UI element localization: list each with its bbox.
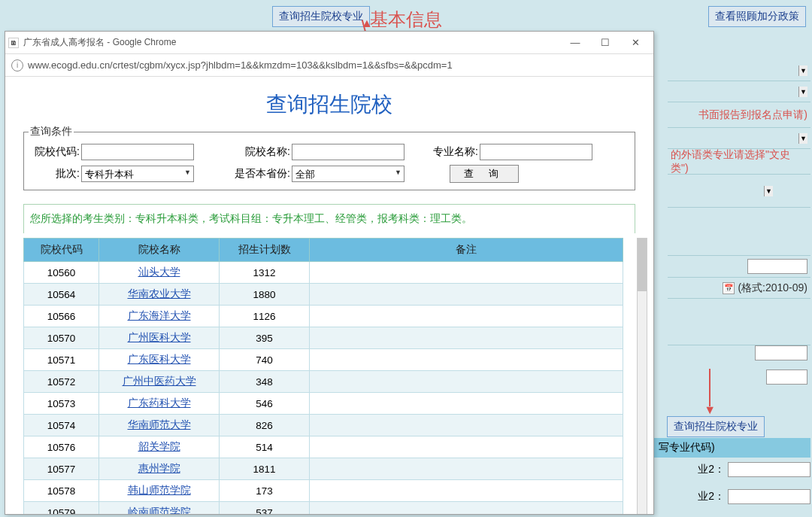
school-link: 华南农业大学 (128, 288, 191, 300)
dropdown-icon[interactable]: ▼ (798, 87, 807, 97)
cell-name[interactable]: 岭南师范学院 (99, 502, 220, 515)
red-hint-2: 的外语类专业请选择"文史类") (671, 148, 807, 175)
calendar-icon[interactable]: 📅 (723, 282, 735, 294)
school-link: 广州中医药大学 (123, 376, 196, 387)
school-link: 汕头大学 (138, 266, 180, 278)
red-hint-1: 书面报告到报名点申请) (698, 108, 807, 122)
cell-remark (310, 436, 623, 458)
table-row: 10574华南师范大学826 (24, 415, 623, 436)
school-link: 华南师范大学 (128, 419, 191, 430)
date-format-hint: (格式:2010-09) (738, 281, 807, 295)
view-policy-button[interactable]: 查看照顾加分政策 (708, 6, 806, 27)
cell-plan: 1811 (220, 458, 310, 480)
chrome-titlebar: 🗎 广东省成人高考报名 - Google Chrome — ☐ ✕ (5, 32, 653, 54)
major-name-label: 专业名称: (404, 145, 480, 159)
major-name-input[interactable] (480, 144, 592, 160)
major2-label-b: 业2： (698, 490, 725, 503)
dropdown-icon[interactable]: ▼ (764, 186, 773, 196)
bg-input[interactable] (766, 370, 807, 385)
cell-plan: 740 (220, 349, 310, 371)
is-local-label: 是否本省份: (194, 167, 292, 181)
cell-name[interactable]: 广东药科大学 (99, 393, 220, 415)
th-name: 院校名称 (99, 239, 220, 262)
cell-code: 10573 (24, 393, 99, 415)
popup-chrome-window: 🗎 广东省成人高考报名 - Google Chrome — ☐ ✕ i www.… (5, 31, 654, 515)
cell-code: 10579 (24, 502, 99, 515)
school-link: 广东药科大学 (128, 397, 191, 409)
school-link: 广东海洋大学 (128, 310, 191, 321)
cell-remark (310, 371, 623, 393)
cell-code: 10564 (24, 284, 99, 306)
cell-remark (310, 393, 623, 415)
dropdown-icon[interactable]: ▼ (798, 65, 807, 76)
cell-name[interactable]: 韶关学院 (99, 436, 220, 458)
cell-remark (310, 415, 623, 436)
cell-plan: 1880 (220, 284, 310, 306)
bg-lower-panel (660, 342, 810, 388)
cell-code: 10576 (24, 436, 99, 458)
bg-input[interactable] (755, 345, 807, 360)
red-arrow-down-line (709, 369, 710, 406)
cell-remark (310, 480, 623, 502)
cell-remark (310, 327, 623, 349)
popup-content: 查询招生院校 查询条件 院校代码: 院校名称: 专业名称: 批次: 专科升本科 … (5, 77, 653, 514)
batch-select[interactable]: 专科升本科 (81, 166, 194, 182)
scrollbar-thumb[interactable] (638, 239, 647, 291)
cell-code: 10560 (24, 262, 99, 284)
cell-name[interactable]: 韩山师范学院 (99, 480, 220, 502)
cell-plan: 1312 (220, 262, 310, 284)
cell-name[interactable]: 华南农业大学 (99, 284, 220, 306)
table-row: 10560汕头大学1312 (24, 262, 623, 284)
table-row: 10573广东药科大学546 (24, 393, 623, 415)
table-row: 10579岭南师范学院537 (24, 502, 623, 515)
major2-input-b[interactable] (728, 489, 810, 504)
cell-name[interactable]: 广州中医药大学 (99, 371, 220, 393)
cell-name[interactable]: 广州医科大学 (99, 327, 220, 349)
red-arrow-down-head: ▼ (704, 403, 716, 417)
is-local-select[interactable]: 全部 (292, 166, 404, 182)
cell-name[interactable]: 汕头大学 (99, 262, 220, 284)
cell-plan: 348 (220, 371, 310, 393)
dropdown-icon[interactable]: ▼ (798, 133, 807, 144)
minimize-button[interactable]: — (560, 32, 590, 53)
query-button[interactable]: 查 询 (450, 165, 519, 183)
th-code: 院校代码 (24, 239, 99, 262)
cell-remark (310, 284, 623, 306)
bg-input[interactable] (747, 259, 807, 274)
cell-remark (310, 262, 623, 284)
school-link: 广东医科大学 (128, 354, 191, 365)
school-link: 惠州学院 (138, 463, 180, 474)
cell-code: 10574 (24, 415, 99, 436)
popup-title: 查询招生院校 (5, 77, 653, 125)
cell-name[interactable]: 广东医科大学 (99, 349, 220, 371)
selection-summary: 您所选择的考生类别：专科升本科类，考试科目组：专升本理工、经管类，报考科类：理工… (23, 204, 635, 233)
major2-label: 业2： (698, 463, 725, 476)
major-code-hint-bar: 写专业代码) (653, 438, 810, 458)
cell-code: 10566 (24, 306, 99, 327)
info-icon[interactable]: i (11, 59, 23, 71)
school-code-label: 院校代码: (29, 145, 81, 159)
close-button[interactable]: ✕ (620, 32, 650, 53)
major2-input[interactable] (728, 462, 810, 477)
cell-remark (310, 306, 623, 327)
scrollbar[interactable] (637, 238, 647, 514)
school-link: 韶关学院 (138, 441, 180, 452)
table-row: 10572广州中医药大学348 (24, 371, 623, 393)
cell-remark (310, 458, 623, 480)
school-name-input[interactable] (292, 144, 404, 160)
cell-plan: 546 (220, 393, 310, 415)
query-school-major-button[interactable]: 查询招生院校专业 (272, 6, 370, 27)
address-bar[interactable]: i www.ecogd.edu.cn/crtest/cgbm/xycx.jsp?… (5, 54, 653, 77)
maximize-button[interactable]: ☐ (590, 32, 620, 53)
query-conditions-fieldset: 查询条件 院校代码: 院校名称: 专业名称: 批次: 专科升本科 是否本省份: … (23, 125, 635, 190)
cell-name[interactable]: 惠州学院 (99, 458, 220, 480)
cell-plan: 173 (220, 480, 310, 502)
cell-name[interactable]: 华南师范大学 (99, 415, 220, 436)
table-row: 10570广州医科大学395 (24, 327, 623, 349)
cell-name[interactable]: 广东海洋大学 (99, 306, 220, 327)
school-code-input[interactable] (81, 144, 194, 160)
result-area: 院校代码 院校名称 招生计划数 备注 10560汕头大学131210564华南农… (23, 238, 635, 514)
th-remark: 备注 (310, 239, 623, 262)
query-school-major-button-2[interactable]: 查询招生院校专业 (667, 416, 765, 437)
url-text: www.ecogd.edu.cn/crtest/cgbm/xycx.jsp?jh… (28, 59, 453, 71)
